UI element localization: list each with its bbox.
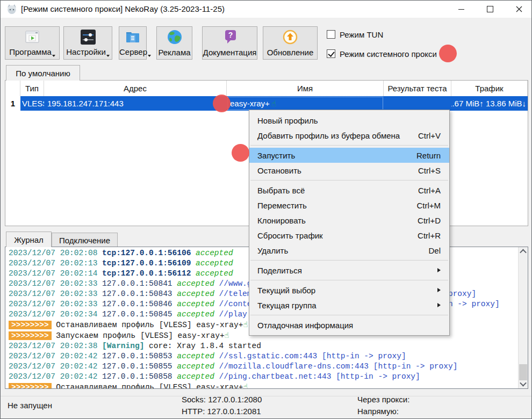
menu-separator <box>250 180 448 180</box>
status-via-proxy: Через прокси: <box>357 395 409 404</box>
menu-item-label: Запустить <box>257 151 416 160</box>
scrollbar-thumb[interactable] <box>519 364 527 380</box>
menu-item[interactable]: Текущий выбор <box>249 283 449 298</box>
log-line: 2023/12/07 20:02:42 127.0.0.1:50853 acce… <box>9 351 518 362</box>
menu-item[interactable]: Новый профиль <box>249 113 449 128</box>
column-header-2[interactable]: Адрес <box>44 81 227 96</box>
dropdown-caret-icon <box>106 55 110 57</box>
system-proxy-checkbox[interactable]: Режим системного прокси <box>327 49 437 59</box>
column-header-1[interactable]: Тип <box>20 81 44 96</box>
system-proxy-checkbox-label: Режим системного прокси <box>340 49 437 59</box>
update-button-label: Обновление <box>263 48 317 57</box>
pointing-hand-icon: ☝ <box>243 320 248 329</box>
menu-item[interactable]: ЗапуститьReturn <box>249 148 449 163</box>
tun-mode-checkbox-label: Режим TUN <box>340 30 383 39</box>
dropdown-caret-icon <box>148 55 151 57</box>
menu-item-shortcut: Ctrl+A <box>418 186 441 195</box>
menu-separator <box>250 315 448 315</box>
ads-button[interactable]: Реклама <box>156 26 192 60</box>
pointing-hand-icon: ☝ <box>271 99 276 109</box>
menu-item-label: Переместить <box>257 201 416 210</box>
column-header-5[interactable]: Трафик <box>451 81 528 96</box>
menu-item[interactable]: ПереместитьCtrl+M <box>249 198 449 213</box>
window-title: [Режим системного прокси] NekoRay (3.25-… <box>21 1 225 18</box>
app-icon <box>6 3 18 15</box>
menu-item[interactable]: Отладочная информация <box>249 317 449 333</box>
row-traffic-cell: 1.67 MiB↑ 13.86 MiB↓ <box>451 96 528 111</box>
menu-item-shortcut: Ctrl+V <box>418 131 441 140</box>
log-scrollbar[interactable] <box>518 247 528 388</box>
status-http: HTTP: 127.0.0.1:2081 <box>182 407 261 416</box>
svg-text:?: ? <box>228 31 233 39</box>
program-button-label: Программа <box>5 47 59 57</box>
tun-mode-checkbox-box[interactable] <box>327 30 335 39</box>
context-menu: Новый профильДобавить профиль из буфера … <box>249 110 450 336</box>
row-test-result-cell <box>384 96 451 111</box>
column-header-3[interactable]: Имя <box>227 81 384 96</box>
table-header: ТипАдресИмяРезультат тестаТрафик <box>5 81 528 97</box>
menu-item[interactable]: Текущая группа <box>249 298 449 313</box>
menu-item-label: Добавить профиль из буфера обмена <box>257 131 418 140</box>
scroll-up-icon[interactable] <box>519 247 528 256</box>
maximize-button[interactable] <box>478 1 502 18</box>
update-arrow-icon <box>263 29 317 46</box>
menu-item[interactable]: Выбрать всёCtrl+A <box>249 183 449 198</box>
profile-name: easy-xray+ <box>230 99 270 108</box>
menu-item-label: Текущая группа <box>257 301 437 310</box>
pointing-hand-icon: ☝ <box>225 331 229 339</box>
menu-item-label: Отладочная информация <box>257 321 441 330</box>
tab-log[interactable]: Журнал <box>6 232 52 247</box>
close-button[interactable] <box>507 1 531 18</box>
group-tab-default[interactable]: По умолчанию <box>6 65 80 81</box>
settings-button[interactable]: Настройки <box>63 26 112 60</box>
menu-item-label: Сбросить трафик <box>257 231 418 240</box>
tun-mode-checkbox[interactable]: Режим TUN <box>327 30 383 39</box>
server-button-label: Сервер <box>119 47 146 57</box>
menu-separator <box>250 145 448 146</box>
row-name-cell: easy-xray+☝ <box>227 96 384 111</box>
submenu-arrow-icon <box>437 288 441 292</box>
update-button[interactable]: Обновление <box>263 26 318 60</box>
menu-item[interactable]: Добавить профиль из буфера обменаCtrl+V <box>249 128 449 143</box>
menu-item[interactable]: УдалитьDel <box>249 243 449 258</box>
menu-item[interactable]: Поделиться <box>249 263 449 278</box>
menu-item-label: Клонировать <box>257 216 418 225</box>
row-address-cell: 195.181.247.171:443 <box>44 96 227 111</box>
column-header-num[interactable] <box>5 81 20 96</box>
status-bar-divider <box>1 396 531 396</box>
program-button[interactable]: Программа <box>5 26 60 60</box>
pointing-hand-icon: ☝ <box>243 382 248 388</box>
annotation-dot <box>232 144 249 162</box>
menu-item-label: Выбрать всё <box>257 186 418 195</box>
system-proxy-checkbox-box[interactable] <box>327 49 335 58</box>
settings-button-label: Настройки <box>64 47 112 57</box>
menu-item-shortcut: Ctrl+S <box>418 166 441 175</box>
menu-item-label: Текущий выбор <box>257 286 437 295</box>
minimize-button[interactable] <box>449 1 473 18</box>
status-run-state: Не запущен <box>8 401 52 410</box>
server-button[interactable]: Сервер <box>119 26 147 60</box>
minimize-icon <box>458 9 464 10</box>
app-window-play-icon <box>5 29 59 46</box>
scroll-down-icon[interactable] <box>519 379 528 388</box>
menu-item-label: Остановить <box>257 166 418 175</box>
docs-button-label: Документация <box>203 48 257 57</box>
menu-item[interactable]: ОстановитьCtrl+S <box>249 163 449 178</box>
nekoray-window: [Режим системного прокси] NekoRay (3.25-… <box>0 0 532 419</box>
docs-button[interactable]: ?Документация <box>202 26 257 60</box>
menu-item[interactable]: Сбросить трафикCtrl+R <box>249 228 449 243</box>
menu-item-label: Поделиться <box>257 266 437 275</box>
maximize-icon <box>487 6 493 12</box>
menu-item-shortcut: Ctrl+D <box>418 216 441 225</box>
table-row[interactable]: 1 VLESS 195.181.247.171:443 easy-xray+☝ … <box>5 96 528 111</box>
submenu-arrow-icon <box>437 303 441 307</box>
column-header-4[interactable]: Результат теста <box>384 81 451 96</box>
log-line: >>>>>>>> Останавливаем профиль [VLESS] e… <box>9 382 518 388</box>
help-bubble-icon: ? <box>203 29 257 46</box>
menu-item-shortcut: Del <box>428 246 441 255</box>
menu-item[interactable]: КлонироватьCtrl+D <box>249 213 449 228</box>
tab-connections[interactable]: Подключение <box>52 233 118 247</box>
log-line: 2023/12/07 20:02:38 [Warning] core: Xray… <box>9 341 518 351</box>
folder-icon <box>119 29 146 46</box>
annotation-dot <box>439 45 457 62</box>
